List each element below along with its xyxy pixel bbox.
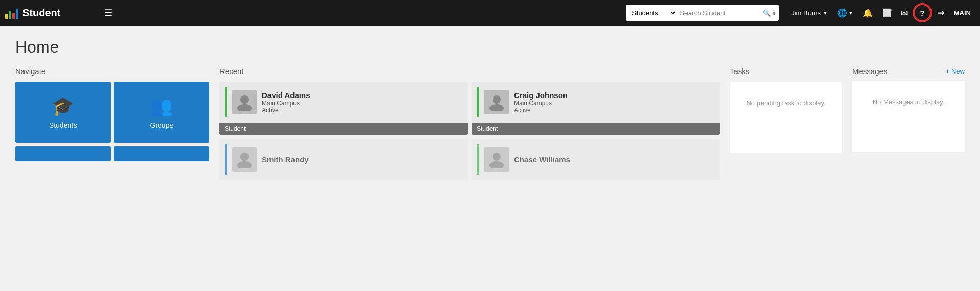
- card-body-1: David Adams Main Campus Active: [219, 82, 468, 123]
- notifications-button[interactable]: 🔔: [859, 5, 877, 21]
- card-blue-bar-3: [225, 144, 227, 175]
- search-category-select[interactable]: Students Courses Staff: [626, 5, 677, 21]
- globe-icon: 🌐: [837, 8, 847, 18]
- card-status-1: Active: [262, 107, 462, 114]
- signout-icon: ⇒: [937, 7, 945, 18]
- card-name-4: Chase Williams: [514, 155, 715, 164]
- messages-header: Messages + New: [852, 67, 965, 76]
- messages-empty-message: No Messages to display.: [860, 88, 958, 116]
- bell-icon: 🔔: [863, 8, 873, 18]
- card-status-2: Active: [514, 107, 715, 114]
- hamburger-icon: ☰: [104, 8, 112, 18]
- edit-button[interactable]: ⬜ ↗: [878, 5, 896, 20]
- search-submit-button[interactable]: 🔍: [762, 9, 772, 17]
- hamburger-button[interactable]: ☰: [97, 3, 119, 22]
- groups-tile-icon: 👥: [150, 95, 173, 117]
- student-card-2[interactable]: Craig Johnson Main Campus Active Student: [472, 82, 720, 135]
- tasks-empty-message: No pending task to display.: [737, 89, 835, 117]
- student-card-1[interactable]: David Adams Main Campus Active Student: [219, 82, 468, 135]
- messages-section: Messages + New No Messages to display.: [852, 67, 965, 152]
- globe-dropdown-icon: ▼: [848, 10, 853, 16]
- user-name-label: Jim Burns: [791, 9, 821, 17]
- tasks-section: Tasks No pending task to display.: [730, 67, 842, 153]
- signout-button[interactable]: ⇒: [933, 4, 949, 21]
- card-avatar-3: [232, 147, 257, 172]
- brand-bars-icon: [5, 7, 18, 19]
- card-body-3: Smith Randy: [219, 139, 468, 180]
- messages-panel: No Messages to display.: [852, 81, 965, 152]
- mail-icon: ✉: [901, 8, 908, 18]
- card-info-1: David Adams Main Campus Active: [262, 91, 462, 114]
- search-info-icon[interactable]: ℹ: [773, 9, 775, 17]
- help-button[interactable]: ?: [914, 4, 931, 21]
- card-green-bar-2: [477, 87, 479, 117]
- groups-tile[interactable]: 👥 Groups: [114, 82, 209, 143]
- nav-extra-tile-1[interactable]: [15, 146, 111, 161]
- card-campus-2: Main Campus: [514, 100, 715, 107]
- card-body-2: Craig Johnson Main Campus Active: [472, 82, 720, 123]
- brand-logo: Student: [5, 7, 92, 19]
- card-green-bar-4: [477, 144, 479, 175]
- svg-point-5: [237, 161, 252, 168]
- card-name-3: Smith Randy: [262, 155, 462, 164]
- tasks-panel: No pending task to display.: [730, 82, 842, 153]
- card-body-4: Chase Williams: [472, 139, 720, 180]
- svg-point-7: [489, 161, 504, 168]
- page-title: Home: [15, 38, 965, 57]
- search-input-wrap: 🔍 ℹ: [677, 5, 779, 21]
- card-avatar-2: [484, 90, 509, 114]
- navbar-actions: Jim Burns ▼ 🌐 ▼ 🔔 ⬜ ↗ ✉ ? ⇒ MAIN: [787, 4, 975, 21]
- navbar: Student ☰ Students Courses Staff 🔍 ℹ Jim…: [0, 0, 980, 26]
- search-area: Students Courses Staff 🔍 ℹ: [626, 5, 779, 21]
- card-name-1: David Adams: [262, 91, 462, 100]
- brand-label: Student: [22, 7, 60, 19]
- card-avatar-4: [484, 147, 509, 172]
- recent-label: Recent: [219, 67, 720, 76]
- student-card-3[interactable]: Smith Randy: [219, 139, 468, 180]
- svg-point-2: [493, 95, 501, 104]
- card-campus-1: Main Campus: [262, 100, 462, 107]
- messages-label: Messages: [852, 67, 887, 76]
- main-campus-label[interactable]: MAIN: [950, 9, 975, 17]
- students-tile-icon: 🎓: [52, 95, 75, 117]
- svg-point-3: [489, 104, 504, 111]
- search-input[interactable]: [680, 9, 762, 17]
- svg-point-0: [240, 95, 249, 104]
- groups-tile-label: Groups: [150, 121, 174, 129]
- students-tile[interactable]: 🎓 Students: [15, 82, 111, 143]
- user-dropdown-icon: ▼: [823, 10, 828, 16]
- card-info-4: Chase Williams: [514, 155, 715, 164]
- card-footer-1: Student: [219, 123, 468, 135]
- tasks-label: Tasks: [730, 67, 842, 76]
- user-menu-button[interactable]: Jim Burns ▼: [787, 9, 832, 17]
- globe-icon-button[interactable]: 🌐 ▼: [833, 5, 857, 21]
- nav-extra-tile-2[interactable]: [114, 146, 209, 161]
- svg-point-6: [493, 153, 501, 161]
- card-footer-2: Student: [472, 123, 720, 135]
- card-info-2: Craig Johnson Main Campus Active: [514, 91, 715, 114]
- dashboard-grid: Navigate 🎓 Students 👥 Groups Recent: [15, 67, 965, 180]
- mail-button[interactable]: ✉: [897, 5, 912, 21]
- card-avatar-1: [232, 90, 257, 114]
- recent-section: Recent David Adams: [219, 67, 720, 180]
- student-card-4[interactable]: Chase Williams: [472, 139, 720, 180]
- svg-point-4: [240, 153, 249, 161]
- navigate-tiles: 🎓 Students 👥 Groups: [15, 82, 209, 161]
- navigate-section: Navigate 🎓 Students 👥 Groups: [15, 67, 209, 161]
- edit-arrow-icon: ↗: [889, 8, 893, 13]
- card-info-3: Smith Randy: [262, 155, 462, 164]
- navigate-label: Navigate: [15, 67, 209, 76]
- card-green-bar-1: [225, 87, 227, 117]
- card-name-2: Craig Johnson: [514, 91, 715, 100]
- recent-cards: David Adams Main Campus Active Student: [219, 82, 720, 180]
- svg-point-1: [237, 104, 252, 111]
- main-content: Home Navigate 🎓 Students 👥 Groups Recent: [0, 26, 980, 291]
- help-icon: ?: [920, 9, 924, 17]
- students-tile-label: Students: [49, 121, 77, 129]
- new-message-link[interactable]: + New: [946, 67, 965, 75]
